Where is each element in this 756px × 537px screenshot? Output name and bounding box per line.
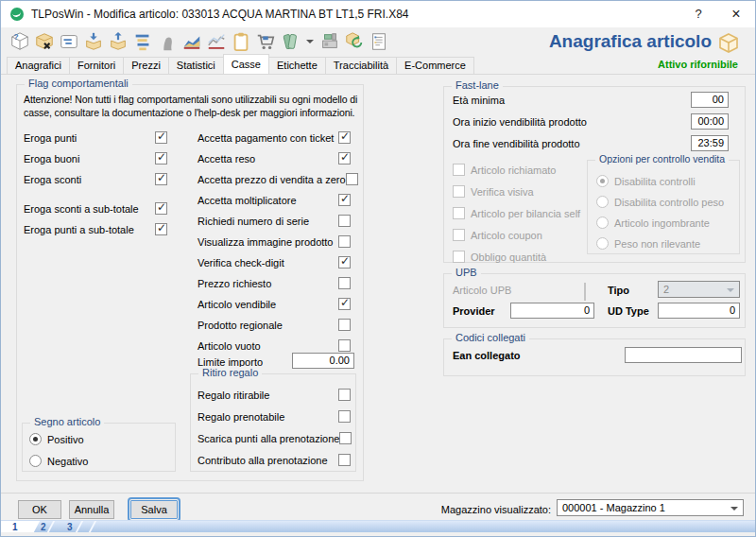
radio-row-disabilita-peso: Disabilita controllo peso [596,195,724,209]
tab-statistici[interactable]: Statistici [168,57,224,74]
tab-etichette[interactable]: Etichette [268,57,326,74]
checkbox-prezzo-richiesto[interactable] [338,277,351,289]
page-tab-1[interactable]: 1 [12,521,18,533]
checkbox-eroga-punti[interactable] [155,131,167,144]
checkbox-check-digit[interactable] [338,256,351,268]
tab-tracciabilita[interactable]: Tracciabilità [325,57,397,74]
tab-anagrafici[interactable]: Anagrafici [7,57,70,74]
limite-importo-field[interactable]: 0.00 [292,353,354,369]
radio-positivo[interactable] [29,433,42,445]
box-receive-icon[interactable] [82,29,105,54]
ok-button[interactable]: OK [18,500,61,519]
radio-label: Disabilita controllo peso [614,197,724,208]
salva-button[interactable]: Salva [130,500,178,519]
flag-row-accetta-reso: Accetta reso [198,151,351,165]
close-button[interactable]: × [717,1,755,27]
page-tab-bar: 1 2 3 [1,520,755,532]
line-chart-icon[interactable] [205,29,228,54]
flag-row-articolo-vuoto: Articolo vuoto [198,338,351,353]
ora-inizio-field[interactable]: 00:00 [691,113,729,130]
radio-disabilita-peso [596,196,609,208]
box-delete-icon[interactable] [33,29,56,54]
checkbox-moltiplicatore[interactable] [338,194,351,206]
page-tab-divider [76,521,83,532]
flag-label: Regalo ritirabile [198,390,269,401]
page-tab-3[interactable]: 3 [67,521,73,533]
checkbox-eroga-sconti[interactable] [155,173,167,185]
flag-label: Prezzo richiesto [198,278,271,289]
box-sync-icon[interactable] [343,29,366,54]
check-row-bilancia-self: Articolo per bilancia self [453,206,580,220]
tab-casse[interactable]: Casse [223,54,269,74]
ora-inizio-label: Ora inizio vendibilità prodotto [453,116,587,128]
radio-peso-non-rilevante [596,237,609,250]
provider-field[interactable]: 0 [510,303,594,319]
checkbox-prodotto-regionale[interactable] [338,319,351,331]
tab-ecommerce[interactable]: E-Commerce [396,57,474,74]
ora-fine-field[interactable]: 23:59 [691,135,729,151]
eta-minima-field[interactable]: 00 [691,92,729,108]
checkbox-numero-serie[interactable] [338,215,351,227]
check-row-verifica-visiva: Verifica visiva [453,184,534,199]
flag-label: Articolo vuoto [198,340,261,352]
flag-label: Articolo vendibile [198,299,276,310]
checkbox-pagamento-ticket[interactable] [338,131,351,144]
checkbox-regalo-prenotabile[interactable] [338,410,351,423]
checkbox-verifica-visiva [453,185,465,198]
flag-label: Verifica check-digit [198,257,284,268]
flag-row-prezzo-zero: Accetta prezzo di vendita a zero [198,172,351,186]
checkbox-accetta-reso[interactable] [338,152,351,165]
checkbox-contributo-prenotazione[interactable] [338,454,351,466]
radio-label: Positivo [47,434,84,445]
silhouette-icon[interactable] [156,29,179,54]
ean-collegato-field[interactable] [625,347,742,363]
page-tab-2[interactable]: 2 [41,521,46,533]
magazzino-value: 000001 - Magazzino 1 [562,502,665,513]
flag-label: Richiedi numero di serie [198,216,309,227]
panel-lines-icon[interactable] [58,29,80,54]
dropdown-caret-icon[interactable] [306,40,314,43]
register-icon[interactable] [318,29,341,54]
checkbox-eroga-buoni[interactable] [155,152,167,165]
checkbox-articolo-vuoto[interactable] [338,339,351,352]
bar-list-icon[interactable] [131,29,154,54]
notes-icon[interactable] [279,29,301,54]
ud-type-field[interactable]: 0 [658,303,740,319]
doc-list-icon[interactable] [368,29,390,54]
article-cube-icon [717,32,740,59]
tab-prezzi[interactable]: Prezzi [123,57,169,74]
flag-label: Eroga punti a sub-totale [24,224,134,235]
flag-label: Eroga buoni [24,153,79,165]
box-help-icon[interactable]: ? [9,29,31,54]
check-row-articolo-richiamato: Articolo richiamato [453,163,556,177]
flag-row-articolo-vendibile: Articolo vendibile [198,297,351,311]
checkbox-articolo-richiamato [453,164,465,176]
cart-icon[interactable] [254,29,277,54]
checkbox-immagine-prodotto[interactable] [338,235,351,248]
radio-negativo[interactable] [29,455,42,467]
annulla-button[interactable]: Annulla [69,500,114,519]
checkbox-punti-subtotale[interactable] [155,223,167,235]
checkbox-regalo-ritirabile[interactable] [338,389,351,401]
footer-divider [1,493,755,494]
help-button[interactable]: ? [679,1,717,27]
checkbox-articolo-vendibile[interactable] [338,298,351,310]
magazzino-combo[interactable]: 000001 - Magazzino 1 [557,499,744,516]
flag-row-prezzo-richiesto: Prezzo richiesto [198,276,351,290]
checkbox-sconti-subtotale[interactable] [155,202,167,215]
checkbox-scarica-punti[interactable] [339,432,352,444]
radio-row-negativo: Negativo [29,454,88,468]
area-chart-icon[interactable] [180,29,203,54]
ora-fine-label: Ora fine vendibilità prodotto [453,138,580,149]
group-title: Ritiro regalo [198,367,262,378]
box-ship-icon[interactable] [107,29,129,54]
clipboard-icon[interactable] [230,29,252,54]
checkbox-prezzo-zero[interactable] [346,173,358,185]
warning-text: Attenzione! Non tutti i flag comportamen… [24,93,358,119]
tab-fornitori[interactable]: Fornitori [69,57,124,74]
eta-minima-label: Età minima [453,95,505,106]
page-tab-divider [47,521,55,532]
group-title: Opzioni per controllo vendita [595,153,729,165]
radio-label: Negativo [47,456,88,467]
tipo-label: Tipo [608,285,629,296]
